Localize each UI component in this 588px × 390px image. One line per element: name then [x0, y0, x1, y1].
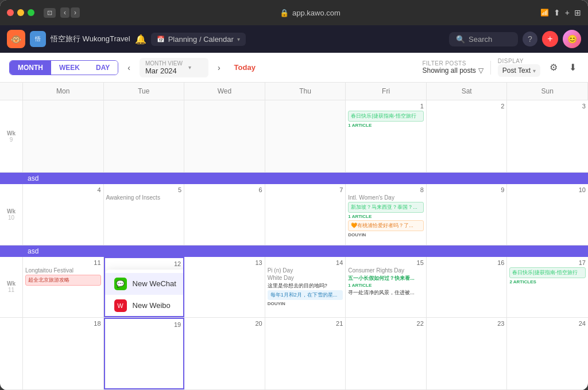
date-13: 13: [187, 259, 262, 266]
holiday-awakening: Awakening of Insects: [106, 194, 182, 201]
week-label-9: Wk 9: [0, 100, 23, 172]
forward-button[interactable]: ›: [71, 7, 80, 18]
traffic-lights: [7, 9, 34, 16]
view-tabs: MONTH WEEK DAY: [9, 60, 118, 75]
cell-mar-23[interactable]: 23: [427, 318, 508, 389]
avatar[interactable]: 😊: [563, 30, 581, 48]
cell-mar-9[interactable]: 9: [427, 184, 508, 244]
date-14: 14: [268, 259, 343, 266]
cell-mar-4[interactable]: 4: [23, 184, 104, 244]
calendar-body: Wk 9 1 春日快乐|捷获指南-悟空旅行 1 ARTICLE 2 3: [0, 100, 588, 390]
week-tab[interactable]: WEEK: [51, 61, 88, 75]
month-value: Mar 2024: [145, 67, 183, 75]
close-button[interactable]: [7, 9, 14, 16]
cell-mar-11[interactable]: 11 Longtaitou Festival 超全北京旅游攻略: [23, 257, 104, 317]
cell-mar-22[interactable]: 22: [346, 318, 427, 389]
window-tile-button[interactable]: ⊡: [44, 8, 56, 18]
cell-mar-2[interactable]: 2: [427, 100, 508, 172]
next-month-button[interactable]: ›: [215, 62, 223, 73]
cell-mar-5[interactable]: 5 Awakening of Insects: [104, 184, 185, 244]
cell-mar-20[interactable]: 20: [184, 318, 265, 389]
day-tab[interactable]: DAY: [88, 61, 118, 75]
new-weibo-item[interactable]: W New Weibo: [105, 295, 185, 317]
breadcrumb[interactable]: 📅 Planning / Calendar ▾: [151, 33, 246, 46]
cell-mar-14[interactable]: 14 Pi (n) Day White Day 这里是你想去的目的地吗? 每年1…: [265, 257, 346, 317]
event-mar15-2[interactable]: 寻一处清净的风景，住进被...: [348, 289, 424, 297]
event-mar14-1[interactable]: 这里是你想去的目的地吗?: [268, 282, 343, 290]
date-4: 4: [25, 186, 101, 193]
grid-button[interactable]: ⊞: [574, 8, 581, 17]
display-selector[interactable]: Post Text ▾: [498, 64, 540, 77]
day-header-thu: Thu: [265, 83, 346, 100]
date-8: 8: [348, 186, 424, 193]
weibo-icon: W: [114, 299, 127, 312]
new-wechat-item[interactable]: 💬 New WeChat: [105, 273, 185, 295]
calendar-header: Mon Tue Wed Thu Fri Sat Sun: [0, 83, 588, 100]
date-22: 22: [348, 320, 424, 327]
cell-mar-21[interactable]: 21: [265, 318, 346, 389]
event-mar17-1[interactable]: 春日快乐|捷获指南-悟空旅行: [509, 267, 586, 278]
cell-mar-15[interactable]: 15 Consumer Rights Day 五一小长假如何过？快来看... 1…: [346, 257, 427, 317]
cell-mar-17[interactable]: 17 春日快乐|捷获指南-悟空旅行 2 ARTICLES: [507, 257, 588, 317]
cell-mar-18[interactable]: 18: [23, 318, 104, 389]
display-value: Post Text: [502, 67, 531, 75]
event-mar8-1[interactable]: 新加坡？马来西亚？泰国？...: [348, 202, 424, 213]
new-tab-button[interactable]: +: [565, 8, 570, 17]
event-mar1-1[interactable]: 春日快乐|捷获指南-悟空旅行: [348, 111, 424, 122]
search-placeholder: Search: [469, 35, 492, 44]
filter-value: Showing all posts: [422, 67, 475, 75]
maximize-button[interactable]: [28, 9, 34, 16]
titlebar-actions: 📶 ⬆ + ⊞: [540, 8, 581, 17]
day-header-tue: Tue: [104, 83, 185, 100]
wechat-icon: 💬: [114, 278, 127, 290]
event-mar8-2[interactable]: 🧡有桃浦恰爱好者吗？了...: [348, 220, 424, 231]
calendar: Mon Tue Wed Thu Fri Sat Sun Wk 9 1: [0, 83, 588, 390]
url-bar[interactable]: 🔒 app.kawo.com: [84, 9, 536, 17]
cell-mar-13[interactable]: 13: [184, 257, 265, 317]
event-mar14-2[interactable]: 每年1月和2月，在下雪的星...: [268, 290, 343, 300]
week-label-10: Wk 10: [0, 184, 23, 244]
event-mar11-1[interactable]: 超全北京旅游攻略: [25, 275, 101, 286]
cell-mar-12[interactable]: 12 + 💬 New WeChat W New Weibo: [104, 257, 185, 317]
cell-mar-3[interactable]: 3: [507, 100, 588, 172]
cell-feb-28[interactable]: [184, 100, 265, 172]
cell-mar-10[interactable]: 10: [507, 184, 588, 244]
minimize-button[interactable]: [17, 9, 24, 16]
cell-mar-6[interactable]: 6: [184, 184, 265, 244]
share-button[interactable]: ⬆: [554, 8, 560, 17]
cell-feb-27[interactable]: [104, 100, 185, 172]
prev-month-button[interactable]: ‹: [125, 62, 133, 73]
week-row-last: 18 19 20 21 22 23 24: [0, 318, 588, 390]
date-16: 16: [429, 259, 505, 266]
cell-mar-24[interactable]: 24: [507, 318, 588, 389]
add-button[interactable]: +: [542, 31, 558, 47]
cell-mar-7[interactable]: 7: [265, 184, 346, 244]
help-button[interactable]: ?: [523, 32, 537, 46]
cell-feb-26[interactable]: [23, 100, 104, 172]
new-douyin-item[interactable]: ♪ New Douyin: [105, 317, 185, 317]
cell-feb-29[interactable]: [265, 100, 346, 172]
display-section: DISPLAY Post Text ▾: [498, 58, 540, 77]
date-3: 3: [509, 103, 586, 110]
search-box[interactable]: 🔍 Search: [449, 32, 518, 46]
date-2: 2: [429, 103, 505, 110]
cell-mar-1[interactable]: 1 春日快乐|捷获指南-悟空旅行 1 ARTICLE: [346, 100, 427, 172]
settings-button[interactable]: ⚙: [547, 60, 560, 75]
download-button[interactable]: ⬇: [567, 60, 579, 75]
cell-mar-16[interactable]: 16: [427, 257, 508, 317]
month-chevron-icon: ▾: [188, 64, 191, 71]
cell-mar-8[interactable]: 8 Intl. Women's Day 新加坡？马来西亚？泰国？... 1 AR…: [346, 184, 427, 244]
bell-icon[interactable]: 🔔: [135, 34, 146, 45]
back-button[interactable]: ‹: [60, 7, 69, 18]
date-12: 12: [107, 260, 181, 267]
date-18: 18: [25, 320, 101, 327]
today-button[interactable]: Today: [230, 61, 260, 74]
week-row-10: Wk 10 4 5 Awakening of Insects 6 7: [0, 184, 588, 244]
filter-icon[interactable]: ▽: [478, 67, 483, 75]
month-selector[interactable]: MONTH VIEW Mar 2024 ▾: [140, 58, 208, 77]
day-header-fri: Fri: [346, 83, 427, 100]
week-label-last: [0, 318, 23, 389]
cell-mar-19[interactable]: 19: [104, 318, 185, 389]
nav-arrows: ‹ ›: [60, 7, 80, 18]
month-tab[interactable]: MONTH: [10, 61, 51, 75]
